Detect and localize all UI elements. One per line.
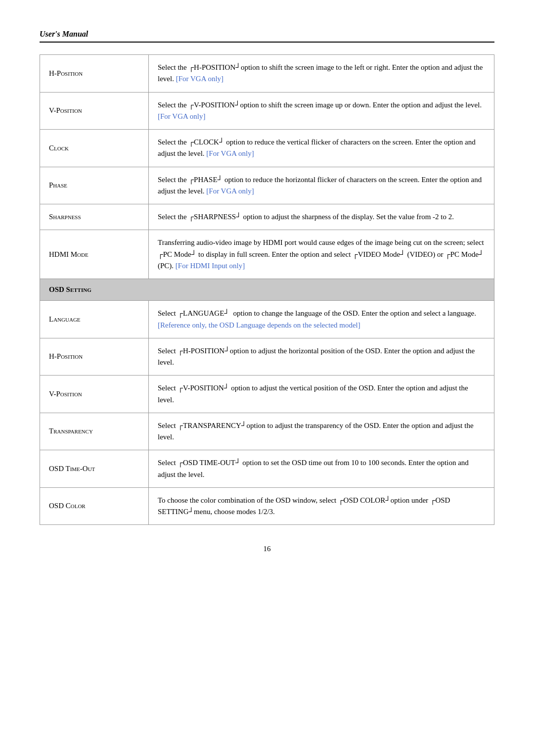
row-desc-sharpness: Select the ┌SHARPNESS┘ option to adjust … — [149, 204, 494, 230]
row-label-osd-time-out: OSD Time-Out — [40, 450, 149, 488]
row-desc-osd-color: To choose the color combination of the O… — [149, 487, 494, 525]
row-label-h-position-2: H-Position — [40, 338, 149, 376]
content-table: H-Position Select the ┌H-POSITION┘option… — [40, 54, 494, 525]
row-desc-h-position-2: Select ┌H-POSITION┘option to adjust the … — [149, 338, 494, 376]
table-row: Clock Select the ┌CLOCK┘ option to reduc… — [40, 130, 494, 167]
row-label-sharpness: Sharpness — [40, 204, 149, 230]
row-label-h-position-1: H-Position — [40, 55, 149, 93]
blue-link-language: [Reference only, the OSD Language depend… — [158, 321, 360, 329]
blue-link-hdmi-mode: [For HDMI Input only] — [176, 262, 245, 270]
page-footer: 16 — [40, 545, 494, 553]
blue-link-v-position-1: [For VGA only] — [158, 112, 205, 120]
page-header: User's Manual — [40, 30, 494, 43]
table-row: V-Position Select the ┌V-POSITION┘option… — [40, 92, 494, 130]
row-label-hdmi-mode: HDMI Mode — [40, 230, 149, 279]
table-row: HDMI Mode Transferring audio-video image… — [40, 230, 494, 279]
table-row: Transparency Select ┌TRANSPARENCY┘option… — [40, 413, 494, 450]
page-number: 16 — [264, 545, 271, 553]
row-label-v-position-1: V-Position — [40, 92, 149, 130]
table-row: Language Select ┌LANGUAGE┘ option to cha… — [40, 301, 494, 338]
table-row: H-Position Select ┌H-POSITION┘option to … — [40, 338, 494, 376]
row-label-clock: Clock — [40, 130, 149, 167]
row-label-osd-color: OSD Color — [40, 487, 149, 525]
table-row: V-Position Select ┌V-POSITION┘ option to… — [40, 376, 494, 413]
table-row: OSD Color To choose the color combinatio… — [40, 487, 494, 525]
section-header-osd: OSD Setting — [40, 279, 494, 301]
row-desc-v-position-1: Select the ┌V-POSITION┘option to shift t… — [149, 92, 494, 130]
row-label-phase: Phase — [40, 167, 149, 204]
row-desc-osd-time-out: Select ┌OSD TIME-OUT┘ option to set the … — [149, 450, 494, 488]
row-desc-language: Select ┌LANGUAGE┘ option to change the l… — [149, 301, 494, 338]
row-label-v-position-2: V-Position — [40, 376, 149, 413]
row-desc-hdmi-mode: Transferring audio-video image by HDMI p… — [149, 230, 494, 279]
blue-link-phase: [For VGA only] — [206, 187, 254, 195]
row-label-language: Language — [40, 301, 149, 338]
table-row: H-Position Select the ┌H-POSITION┘option… — [40, 55, 494, 93]
table-row: Phase Select the ┌PHASE┘ option to reduc… — [40, 167, 494, 204]
row-desc-v-position-2: Select ┌V-POSITION┘ option to adjust the… — [149, 376, 494, 413]
table-row: OSD Time-Out Select ┌OSD TIME-OUT┘ optio… — [40, 450, 494, 488]
row-desc-phase: Select the ┌PHASE┘ option to reduce the … — [149, 167, 494, 204]
table-row: Sharpness Select the ┌SHARPNESS┘ option … — [40, 204, 494, 230]
row-desc-transparency: Select ┌TRANSPARENCY┘option to adjust th… — [149, 413, 494, 450]
row-desc-clock: Select the ┌CLOCK┘ option to reduce the … — [149, 130, 494, 167]
manual-title: User's Manual — [40, 30, 88, 39]
row-label-transparency: Transparency — [40, 413, 149, 450]
blue-link-clock: [For VGA only] — [206, 149, 254, 157]
row-desc-h-position-1: Select the ┌H-POSITION┘option to shift t… — [149, 55, 494, 93]
blue-link-h-position-1: [For VGA only] — [176, 75, 223, 83]
section-header-osd-label: OSD Setting — [40, 279, 494, 301]
